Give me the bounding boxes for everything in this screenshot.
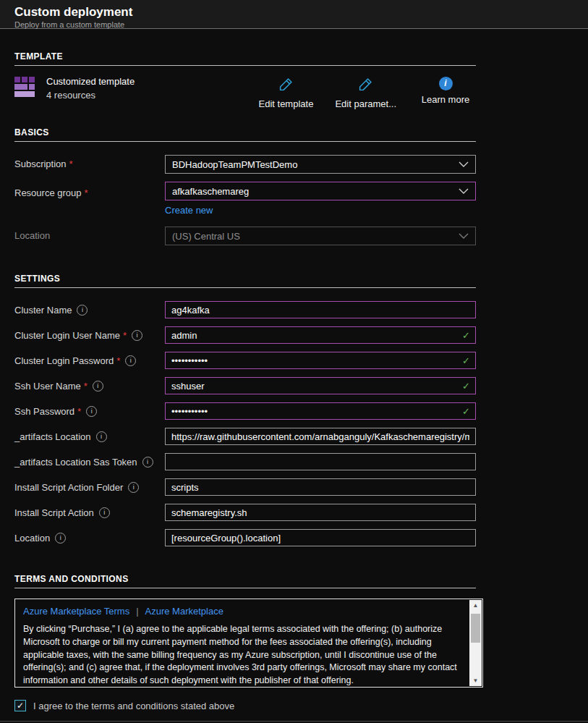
template-resource-count: 4 resources <box>46 88 135 103</box>
info-icon[interactable]: i <box>132 330 142 341</box>
chevron-down-icon <box>459 233 469 239</box>
template-resources-icon <box>14 77 36 97</box>
required-asterisk: * <box>77 406 81 417</box>
ssh-user-name-input[interactable] <box>165 377 476 394</box>
azure-marketplace-link[interactable]: Azure Marketplace <box>145 606 223 617</box>
template-summary-row: Customized template 4 resources Edit tem… <box>14 75 476 109</box>
info-icon[interactable]: i <box>77 305 88 316</box>
valid-check-icon: ✓ <box>462 355 470 366</box>
section-divider <box>14 65 476 66</box>
install-script-action-input[interactable] <box>165 504 476 521</box>
settings-location-input[interactable] <box>165 529 476 546</box>
cluster-name-row: Cluster Name i <box>14 301 574 318</box>
scroll-up-icon[interactable]: ▲ <box>469 600 482 611</box>
subscription-dropdown[interactable]: BDHadoopTeamPMTestDemo <box>165 155 476 174</box>
terms-text-panel: Azure Marketplace Terms|Azure Marketplac… <box>14 599 483 688</box>
subscription-label: Subscription * <box>14 155 165 169</box>
ssh-user-name-row: Ssh User Name * i ✓ <box>14 377 574 394</box>
edit-template-label: Edit template <box>259 98 314 109</box>
ssh-password-label: Ssh Password * i <box>14 402 165 417</box>
ssh-user-name-label: Ssh User Name * i <box>14 377 165 392</box>
basics-section-heading: BASICS <box>14 109 574 138</box>
install-script-action-label: Install Script Action i <box>14 504 165 518</box>
template-name: Customized template <box>46 75 135 88</box>
terms-legal-text: By clicking “Purchase,” I (a) agree to t… <box>23 623 462 688</box>
edit-parameters-label: Edit paramet... <box>335 98 396 109</box>
terms-section-heading: TERMS AND CONDITIONS <box>14 554 574 584</box>
cluster-login-user-name-row: Cluster Login User Name * i ✓ <box>14 326 574 344</box>
artifacts-location-input[interactable] <box>165 428 476 445</box>
cluster-login-user-name-input[interactable] <box>165 326 476 344</box>
learn-more-label: Learn more <box>422 94 469 105</box>
page-title: Custom deployment <box>14 5 574 20</box>
valid-check-icon: ✓ <box>462 381 470 392</box>
info-icon[interactable]: i <box>93 381 103 392</box>
required-asterisk: * <box>85 187 88 198</box>
chevron-down-icon <box>459 188 469 194</box>
install-script-action-row: Install Script Action i <box>14 504 574 521</box>
cluster-name-input[interactable] <box>165 301 476 318</box>
cluster-name-label: Cluster Name i <box>14 301 165 316</box>
learn-more-button[interactable]: i Learn more <box>415 77 476 109</box>
info-icon[interactable]: i <box>142 457 153 468</box>
cluster-login-password-input[interactable] <box>165 352 476 369</box>
cluster-login-password-label: Cluster Login Password * i <box>14 352 165 366</box>
edit-parameters-button[interactable]: Edit paramet... <box>335 77 396 109</box>
install-script-action-folder-input[interactable] <box>165 478 476 496</box>
location-value: (US) Central US <box>172 231 240 242</box>
pencil-icon <box>358 77 373 95</box>
section-divider <box>14 141 476 142</box>
link-separator: | <box>136 606 138 617</box>
ssh-password-row: Ssh Password * i ✓ <box>14 402 574 420</box>
cluster-login-user-name-label: Cluster Login User Name * i <box>14 326 165 341</box>
required-asterisk: * <box>69 158 73 169</box>
artifacts-location-sas-token-input[interactable] <box>165 453 476 470</box>
azure-marketplace-terms-link[interactable]: Azure Marketplace Terms <box>23 606 129 617</box>
terms-scrollbar[interactable]: ▲ ▼ <box>469 600 482 686</box>
pencil-icon <box>278 77 294 95</box>
footer-divider <box>0 721 588 722</box>
resource-group-dropdown[interactable]: afkafkaschemareg <box>165 182 476 200</box>
resource-group-value: afkafkaschemareg <box>172 186 249 197</box>
subscription-value: BDHadoopTeamPMTestDemo <box>172 159 297 170</box>
install-script-action-folder-row: Install Script Action Folder i <box>14 478 574 496</box>
info-icon[interactable]: i <box>99 507 110 518</box>
scrollbar-thumb[interactable] <box>471 614 480 643</box>
location-dropdown: (US) Central US <box>165 227 476 245</box>
scroll-down-icon[interactable]: ▼ <box>469 675 482 686</box>
settings-location-label: Location i <box>14 529 165 544</box>
settings-location-row: Location i <box>14 529 574 546</box>
section-divider <box>14 287 476 288</box>
artifacts-location-row: _artifacts Location i <box>14 428 574 445</box>
valid-check-icon: ✓ <box>462 406 470 417</box>
required-asterisk: * <box>84 381 88 392</box>
ssh-password-input[interactable] <box>165 402 476 420</box>
artifacts-location-sas-token-label: _artifacts Location Sas Token i <box>14 453 165 468</box>
required-asterisk: * <box>123 330 127 341</box>
create-new-link[interactable]: Create new <box>165 205 213 216</box>
page-subtitle: Deploy from a custom template <box>14 20 574 29</box>
page-header: Custom deployment Deploy from a custom t… <box>0 0 588 29</box>
artifacts-location-sas-token-row: _artifacts Location Sas Token i <box>14 453 574 470</box>
location-row: Location (US) Central US <box>14 227 574 245</box>
info-icon[interactable]: i <box>96 431 107 442</box>
chevron-down-icon <box>459 161 469 167</box>
agree-checkbox-label: I agree to the terms and conditions stat… <box>33 701 234 711</box>
info-icon[interactable]: i <box>128 482 139 493</box>
info-icon[interactable]: i <box>55 533 66 544</box>
info-icon[interactable]: i <box>86 406 97 417</box>
agree-checkbox[interactable]: ✓ <box>14 700 26 711</box>
info-icon[interactable]: i <box>125 355 136 366</box>
valid-check-icon: ✓ <box>462 330 470 341</box>
agree-row: ✓ I agree to the terms and conditions st… <box>14 700 574 711</box>
resource-group-label: Resource group * <box>14 182 165 198</box>
cluster-login-password-row: Cluster Login Password * i ✓ <box>14 352 574 369</box>
edit-template-button[interactable]: Edit template <box>255 77 316 109</box>
info-icon: i <box>439 77 453 90</box>
required-asterisk: * <box>116 355 120 366</box>
template-section-heading: TEMPLATE <box>14 29 574 62</box>
location-label: Location <box>14 227 165 241</box>
section-divider <box>14 588 476 588</box>
artifacts-location-label: _artifacts Location i <box>14 428 165 442</box>
install-script-action-folder-label: Install Script Action Folder i <box>14 478 165 493</box>
